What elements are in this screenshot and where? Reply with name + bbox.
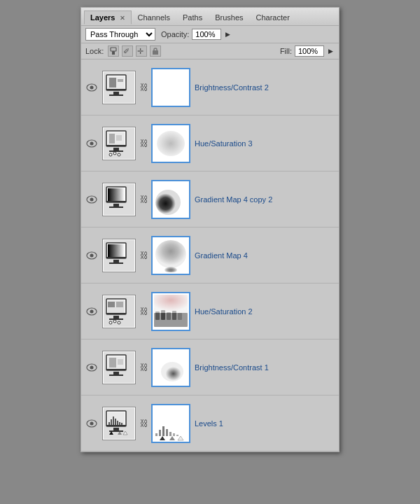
svg-rect-46 bbox=[106, 257, 126, 258]
svg-rect-104 bbox=[153, 405, 189, 442]
svg-rect-82 bbox=[109, 358, 116, 368]
chain-icon: ⛓ bbox=[139, 83, 150, 92]
svg-point-6 bbox=[90, 85, 94, 89]
chain-icon: ⛓ bbox=[139, 307, 150, 316]
layers-panel: Layers ✕ Channels Paths Brushes Characte… bbox=[80, 7, 340, 452]
mask-thumb bbox=[151, 404, 190, 443]
svg-rect-35 bbox=[106, 201, 126, 202]
lock-move-icon[interactable]: ✛ bbox=[136, 46, 147, 57]
layer-thumb bbox=[102, 71, 136, 104]
layer-thumb bbox=[102, 183, 136, 216]
svg-rect-58 bbox=[113, 316, 119, 318]
svg-point-26 bbox=[109, 153, 112, 156]
lock-label: Lock: bbox=[85, 47, 104, 55]
svg-rect-36 bbox=[113, 204, 119, 206]
tab-brushes[interactable]: Brushes bbox=[209, 10, 249, 24]
layer-name: Levels 1 bbox=[195, 419, 336, 428]
visibility-icon[interactable] bbox=[84, 363, 99, 372]
opacity-arrow[interactable]: ▶ bbox=[224, 31, 232, 38]
svg-rect-24 bbox=[109, 134, 115, 144]
lock-pixel-icon[interactable] bbox=[108, 46, 119, 57]
table-row[interactable]: ⛓ Gradient Map 4 bbox=[81, 227, 339, 284]
svg-rect-9 bbox=[106, 89, 126, 90]
mask-thumb bbox=[151, 68, 190, 107]
mask-thumb bbox=[151, 348, 190, 387]
svg-rect-108 bbox=[166, 429, 168, 436]
layer-thumb bbox=[102, 295, 136, 328]
svg-rect-48 bbox=[109, 262, 123, 264]
svg-rect-78 bbox=[106, 369, 126, 370]
svg-rect-83 bbox=[118, 359, 123, 365]
svg-text:✐: ✐ bbox=[123, 47, 130, 55]
chain-icon: ⛓ bbox=[139, 195, 150, 204]
layer-thumb bbox=[102, 239, 136, 272]
mask-thumb bbox=[151, 292, 190, 331]
layer-name: Brightness/Contrast 2 bbox=[195, 83, 336, 92]
fill-input[interactable] bbox=[295, 46, 324, 57]
chain-icon: ⛓ bbox=[139, 419, 150, 428]
svg-rect-106 bbox=[159, 430, 161, 436]
svg-rect-0 bbox=[111, 48, 116, 51]
svg-rect-109 bbox=[169, 432, 172, 436]
svg-point-63 bbox=[109, 321, 112, 324]
svg-point-27 bbox=[113, 152, 116, 155]
tab-character[interactable]: Character bbox=[250, 10, 296, 24]
table-row[interactable]: ⛓ Levels 1 bbox=[81, 396, 339, 451]
svg-point-75 bbox=[90, 365, 94, 369]
svg-rect-39 bbox=[108, 188, 125, 201]
table-row[interactable]: ⛓ Hue/Saturation 3 bbox=[81, 115, 339, 172]
close-icon[interactable]: ✕ bbox=[120, 15, 125, 22]
fill-arrow[interactable]: ▶ bbox=[327, 48, 335, 55]
svg-point-32 bbox=[90, 197, 94, 201]
mask-thumb bbox=[151, 236, 190, 275]
table-row[interactable]: ⛓ Hu bbox=[81, 284, 339, 340]
svg-rect-90 bbox=[106, 425, 126, 426]
chain-icon: ⛓ bbox=[139, 363, 150, 372]
lock-all-icon[interactable] bbox=[150, 46, 161, 57]
svg-point-87 bbox=[90, 421, 94, 425]
svg-rect-37 bbox=[109, 206, 123, 208]
visibility-icon[interactable] bbox=[84, 419, 99, 428]
svg-rect-73 bbox=[154, 295, 188, 313]
visibility-icon[interactable] bbox=[84, 195, 99, 204]
visibility-icon[interactable] bbox=[84, 251, 99, 260]
svg-rect-79 bbox=[113, 372, 119, 374]
visibility-icon[interactable] bbox=[84, 139, 99, 148]
svg-rect-15 bbox=[153, 69, 189, 106]
visibility-icon[interactable] bbox=[84, 83, 99, 92]
layer-thumb bbox=[102, 351, 136, 384]
table-row[interactable]: ⛓ Brightness/Contrast 2 bbox=[81, 59, 339, 115]
lock-fill-row: Lock: ✐ ✛ Fill: ▶ bbox=[81, 43, 339, 59]
svg-rect-91 bbox=[113, 428, 119, 430]
svg-rect-80 bbox=[109, 374, 123, 376]
svg-rect-107 bbox=[162, 426, 164, 436]
lock-position-icon[interactable]: ✐ bbox=[122, 46, 133, 57]
tab-paths[interactable]: Paths bbox=[176, 10, 209, 24]
svg-point-30 bbox=[157, 131, 185, 156]
svg-rect-110 bbox=[173, 433, 175, 436]
visibility-icon[interactable] bbox=[84, 307, 99, 316]
table-row[interactable]: ⛓ Gradient Map 4 copy 2 bbox=[81, 172, 339, 227]
svg-rect-72 bbox=[178, 313, 182, 320]
tab-channels[interactable]: Channels bbox=[132, 10, 176, 24]
svg-rect-25 bbox=[116, 135, 122, 141]
blend-mode-select[interactable]: Pass Through bbox=[85, 28, 155, 41]
svg-rect-10 bbox=[113, 92, 119, 94]
svg-point-65 bbox=[118, 321, 120, 324]
table-row[interactable]: ⛓ Brightness/Contrast 1 bbox=[81, 340, 339, 396]
layer-name: Gradient Map 4 bbox=[195, 251, 336, 260]
tab-layers[interactable]: Layers ✕ bbox=[84, 10, 132, 24]
svg-rect-4 bbox=[153, 50, 158, 55]
svg-rect-1 bbox=[112, 51, 115, 55]
opacity-input[interactable] bbox=[192, 29, 221, 40]
svg-text:✛: ✛ bbox=[137, 47, 144, 55]
svg-rect-22 bbox=[109, 150, 123, 152]
svg-rect-14 bbox=[118, 79, 123, 82]
svg-rect-59 bbox=[109, 318, 123, 320]
svg-rect-47 bbox=[113, 260, 119, 262]
svg-rect-62 bbox=[116, 302, 123, 307]
svg-point-17 bbox=[90, 141, 94, 145]
svg-rect-100 bbox=[121, 423, 122, 425]
opacity-label: Opacity: bbox=[161, 30, 189, 38]
svg-rect-20 bbox=[106, 145, 126, 146]
